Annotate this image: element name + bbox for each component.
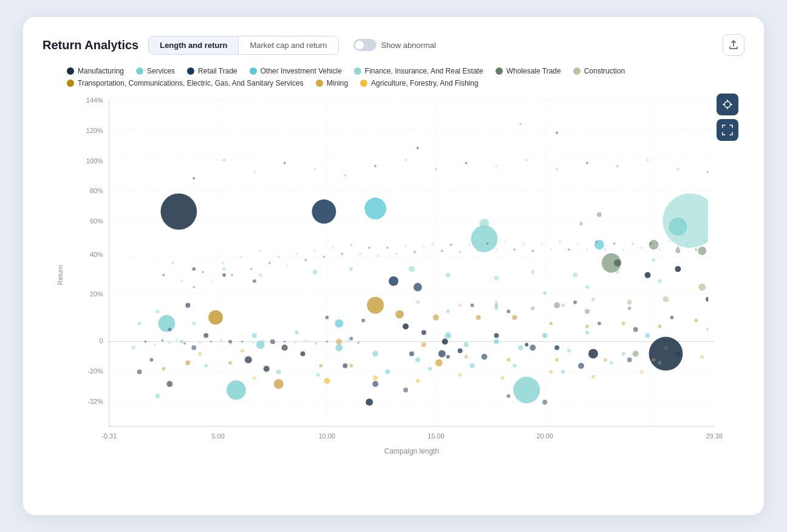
svg-point-265 <box>432 242 434 245</box>
svg-point-267 <box>450 244 452 246</box>
svg-point-47 <box>458 348 463 353</box>
tab-length-return[interactable]: Length and return <box>149 36 239 54</box>
svg-point-170 <box>627 300 632 305</box>
svg-point-284 <box>604 248 607 251</box>
show-abnormal-toggle[interactable] <box>353 39 376 51</box>
svg-point-134 <box>428 367 432 370</box>
svg-point-132 <box>192 322 196 326</box>
chart-container: 144% 120% 100% 80% 60% 40% 20% 0 -20% -3… <box>73 94 738 457</box>
svg-point-193 <box>435 359 443 366</box>
svg-point-272 <box>495 248 497 251</box>
legend-label: Wholesale Trade <box>506 67 561 75</box>
legend-color <box>354 67 361 75</box>
svg-point-207 <box>416 379 420 383</box>
svg-point-185 <box>622 322 625 326</box>
svg-point-84 <box>335 344 342 351</box>
svg-point-145 <box>446 273 451 278</box>
svg-point-255 <box>341 253 343 255</box>
svg-point-87 <box>464 343 469 347</box>
svg-point-58 <box>264 366 270 372</box>
fullscreen-button[interactable] <box>717 119 738 141</box>
export-button[interactable] <box>723 34 744 56</box>
svg-point-176 <box>208 310 223 325</box>
legend: ManufacturingServicesRetail TradeOther I… <box>43 67 744 87</box>
svg-point-98 <box>585 285 589 289</box>
legend-color <box>360 80 367 87</box>
svg-point-83 <box>256 341 265 349</box>
svg-point-316 <box>556 132 558 134</box>
svg-point-150 <box>652 258 656 262</box>
svg-point-198 <box>555 358 559 361</box>
legend-item: Wholesale Trade <box>496 67 561 75</box>
tab-market-cap[interactable]: Market cap and return <box>239 36 338 54</box>
svg-point-140 <box>156 310 160 313</box>
svg-point-62 <box>446 355 450 358</box>
svg-point-141 <box>138 322 141 326</box>
svg-point-142 <box>663 193 717 248</box>
svg-point-217 <box>168 342 171 344</box>
svg-point-117 <box>506 394 510 398</box>
svg-point-106 <box>482 353 488 360</box>
svg-point-148 <box>573 273 577 278</box>
svg-point-239 <box>192 286 195 288</box>
svg-point-275 <box>522 242 525 245</box>
svg-point-315 <box>519 123 522 125</box>
svg-point-189 <box>162 367 165 370</box>
reset-zoom-button[interactable] <box>717 94 738 115</box>
svg-point-276 <box>531 250 534 252</box>
svg-point-285 <box>613 242 616 245</box>
svg-point-172 <box>561 304 565 307</box>
legend-label: Mining <box>327 79 348 87</box>
svg-text:0: 0 <box>100 337 103 344</box>
svg-point-308 <box>556 168 558 171</box>
main-card: Return Analytics Length and return Marke… <box>23 17 764 515</box>
svg-point-218 <box>175 339 178 341</box>
svg-point-80 <box>513 377 540 403</box>
svg-point-111 <box>191 345 196 350</box>
svg-point-156 <box>649 240 659 250</box>
legend-color <box>573 67 581 75</box>
svg-point-97 <box>543 292 547 295</box>
svg-point-178 <box>274 379 284 389</box>
svg-point-310 <box>616 165 619 168</box>
svg-point-131 <box>295 331 299 335</box>
svg-point-166 <box>597 212 602 217</box>
svg-point-123 <box>335 319 343 328</box>
svg-point-49 <box>525 343 528 346</box>
svg-point-222 <box>220 339 222 342</box>
svg-point-56 <box>301 351 305 356</box>
svg-point-57 <box>245 356 252 363</box>
svg-point-202 <box>283 346 287 349</box>
svg-point-213 <box>253 376 256 380</box>
svg-point-290 <box>658 248 661 251</box>
svg-point-249 <box>287 265 289 267</box>
svg-point-216 <box>161 339 163 342</box>
svg-point-263 <box>414 251 416 253</box>
svg-point-85 <box>372 350 378 356</box>
svg-text:5.00: 5.00 <box>211 432 224 440</box>
svg-point-195 <box>421 343 426 347</box>
svg-point-60 <box>342 363 347 368</box>
svg-point-108 <box>578 363 584 369</box>
svg-point-104 <box>414 283 422 292</box>
svg-point-42 <box>588 349 598 358</box>
toggle-label: Show abnormal <box>381 41 436 50</box>
svg-point-154 <box>222 267 226 271</box>
svg-point-81 <box>471 225 498 252</box>
svg-point-201 <box>700 355 704 358</box>
svg-point-302 <box>374 165 376 168</box>
svg-point-115 <box>372 381 378 387</box>
legend-label: Agriculture, Forestry, And Fishing <box>371 79 479 87</box>
svg-point-95 <box>446 310 450 313</box>
svg-point-76 <box>633 327 638 332</box>
svg-point-171 <box>591 298 595 301</box>
legend-color <box>250 67 257 75</box>
fullscreen-icon <box>722 124 733 135</box>
svg-point-169 <box>663 296 669 302</box>
svg-point-183 <box>549 322 553 326</box>
svg-point-190 <box>228 361 232 364</box>
svg-point-126 <box>542 333 547 338</box>
svg-point-257 <box>359 253 361 255</box>
svg-point-221 <box>210 341 212 343</box>
svg-point-105 <box>438 350 446 357</box>
